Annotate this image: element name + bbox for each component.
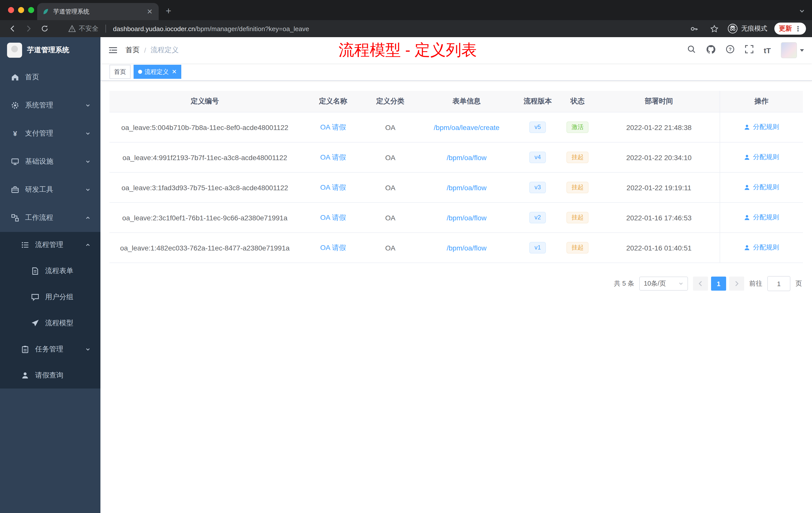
url-path: /bpm/manager/definition?key=oa_leave xyxy=(195,25,309,32)
font-size-icon[interactable]: tT xyxy=(764,46,771,55)
assign-rule-link[interactable]: 分配规则 xyxy=(744,153,779,162)
sidebar-item-label: 工作流程 xyxy=(25,213,53,222)
assign-rule-link[interactable]: 分配规则 xyxy=(744,183,779,192)
workflow-icon xyxy=(11,214,19,222)
tag-home[interactable]: 首页 xyxy=(110,65,130,79)
col-deploy-time: 部署时间 xyxy=(598,91,720,112)
bookmark-star-icon[interactable] xyxy=(707,22,721,35)
sidebar-item-system-management[interactable]: 系统管理 xyxy=(0,91,100,119)
tag-process-definition[interactable]: 流程定义 ✕ xyxy=(134,65,181,79)
new-tab-button[interactable]: + xyxy=(166,5,171,17)
tab-search-chevron-icon[interactable] xyxy=(799,7,805,16)
sidebar-item-label: 首页 xyxy=(25,73,39,82)
sidebar-item-label: 流程管理 xyxy=(35,240,63,249)
sidebar-item-workflow[interactable]: 工作流程 xyxy=(0,204,100,232)
form-link[interactable]: /bpm/oa/flow xyxy=(447,153,487,161)
zoom-window-button[interactable] xyxy=(28,7,34,13)
app-title: 芋道管理系统 xyxy=(27,46,69,55)
col-form-info: 表单信息 xyxy=(414,91,519,112)
assign-rule-link[interactable]: 分配规则 xyxy=(744,213,779,222)
sidebar-item-process-management[interactable]: 流程管理 xyxy=(0,232,100,258)
browser-tab[interactable]: 芋道管理系统 ✕ xyxy=(37,3,159,20)
next-page-button[interactable] xyxy=(729,277,744,291)
url-host: dashboard.yudao.iocoder.cn xyxy=(113,25,195,32)
avatar-image xyxy=(781,42,797,58)
window-controls xyxy=(8,7,34,13)
definition-name-link[interactable]: OA 请假 xyxy=(320,123,346,131)
definition-table: 定义编号 定义名称 定义分类 表单信息 流程版本 状态 部署时间 操作 oa_l… xyxy=(110,91,803,263)
chevron-up-icon xyxy=(85,215,90,220)
form-link[interactable]: /bpm/oa/flow xyxy=(447,183,487,191)
search-icon[interactable] xyxy=(687,45,696,56)
clipboard-icon xyxy=(21,345,29,353)
definition-category: OA xyxy=(366,142,414,173)
prev-page-button[interactable] xyxy=(693,277,708,291)
definition-name-link[interactable]: OA 请假 xyxy=(320,183,346,191)
top-navbar: 首页 / 流程定义 流程模型 - 定义列表 ? xyxy=(100,37,812,63)
user-icon xyxy=(744,214,751,221)
sidebar-toggle-button[interactable] xyxy=(100,37,125,63)
pagination: 共 5 条 10条/页 1 前往 xyxy=(110,276,803,291)
tag-label: 首页 xyxy=(114,67,126,76)
table-row: oa_leave:4:991f2193-7b7f-11ec-a3c8-acde4… xyxy=(110,142,803,173)
definition-name-link[interactable]: OA 请假 xyxy=(320,243,346,251)
goto-page-input[interactable] xyxy=(767,276,790,291)
user-avatar[interactable] xyxy=(781,42,804,58)
address-bar[interactable]: dashboard.yudao.iocoder.cn/bpm/manager/d… xyxy=(113,25,679,32)
chat-bubble-icon xyxy=(31,293,39,301)
definition-name-link[interactable]: OA 请假 xyxy=(320,153,346,161)
form-link[interactable]: /bpm/oa/flow xyxy=(447,244,487,252)
sidebar-item-process-model[interactable]: 流程模型 xyxy=(0,310,100,336)
sidebar-item-process-form[interactable]: 流程表单 xyxy=(0,258,100,284)
sidebar-item-payment-management[interactable]: ¥ 支付管理 xyxy=(0,119,100,148)
assign-rule-link[interactable]: 分配规则 xyxy=(744,123,779,132)
github-icon[interactable] xyxy=(706,44,716,56)
goto-label: 前往 xyxy=(749,279,762,288)
tag-label: 流程定义 xyxy=(145,67,169,76)
sidebar-item-leave-query[interactable]: 请假查询 xyxy=(0,362,100,389)
page-number-1[interactable]: 1 xyxy=(711,277,726,291)
minimize-window-button[interactable] xyxy=(18,7,24,13)
sidebar-item-label: 研发工具 xyxy=(25,185,53,194)
browser-menu-kebab-icon[interactable]: ⋮ xyxy=(794,25,802,33)
sidebar-item-user-group[interactable]: 用户分组 xyxy=(0,284,100,310)
deploy-time: 2022-01-22 21:48:38 xyxy=(598,112,720,142)
form-link[interactable]: /bpm/oa/leave/create xyxy=(434,123,500,131)
sidebar-item-home[interactable]: 首页 xyxy=(0,63,100,91)
reload-button[interactable] xyxy=(38,22,51,35)
assign-rule-link[interactable]: 分配规则 xyxy=(744,243,779,252)
sidebar-item-dev-tools[interactable]: 研发工具 xyxy=(0,176,100,204)
tag-close-icon[interactable]: ✕ xyxy=(172,68,177,75)
col-definition-id: 定义编号 xyxy=(110,91,300,112)
back-button[interactable] xyxy=(6,22,19,35)
form-link[interactable]: /bpm/oa/flow xyxy=(447,214,487,221)
chevron-down-icon xyxy=(85,131,90,136)
tab-close-icon[interactable]: ✕ xyxy=(146,7,154,16)
col-process-version: 流程版本 xyxy=(519,91,557,112)
col-definition-name: 定义名称 xyxy=(300,91,366,112)
caret-down-icon xyxy=(800,49,804,52)
sidebar-item-label: 支付管理 xyxy=(25,129,53,138)
page-size-value: 10条/页 xyxy=(644,279,666,288)
chevron-up-icon xyxy=(85,242,90,247)
password-key-icon[interactable] xyxy=(688,22,700,35)
definition-name-link[interactable]: OA 请假 xyxy=(320,213,346,221)
sidebar-item-infrastructure[interactable]: 基础设施 xyxy=(0,148,100,176)
status-badge: 挂起 xyxy=(567,212,588,223)
fullscreen-icon[interactable] xyxy=(745,45,754,56)
site-security-indicator[interactable]: 不安全 xyxy=(68,24,98,33)
breadcrumb-home[interactable]: 首页 xyxy=(125,46,140,55)
sidebar-item-label: 基础设施 xyxy=(25,157,53,166)
update-button[interactable]: 更新 ⋮ xyxy=(774,23,806,35)
definition-category: OA xyxy=(366,203,414,233)
version-badge: v1 xyxy=(529,242,546,253)
sidebar-item-task-management[interactable]: 任务管理 xyxy=(0,336,100,362)
table-row: oa_leave:1:482ec033-762a-11ec-8477-a2380… xyxy=(110,233,803,263)
forward-button[interactable] xyxy=(22,22,35,35)
help-icon[interactable]: ? xyxy=(726,45,735,56)
page-size-select[interactable]: 10条/页 xyxy=(639,277,688,291)
user-icon xyxy=(744,124,751,130)
page-annotation: 流程模型 - 定义列表 xyxy=(339,40,477,61)
close-window-button[interactable] xyxy=(8,7,14,13)
user-icon xyxy=(744,184,751,191)
